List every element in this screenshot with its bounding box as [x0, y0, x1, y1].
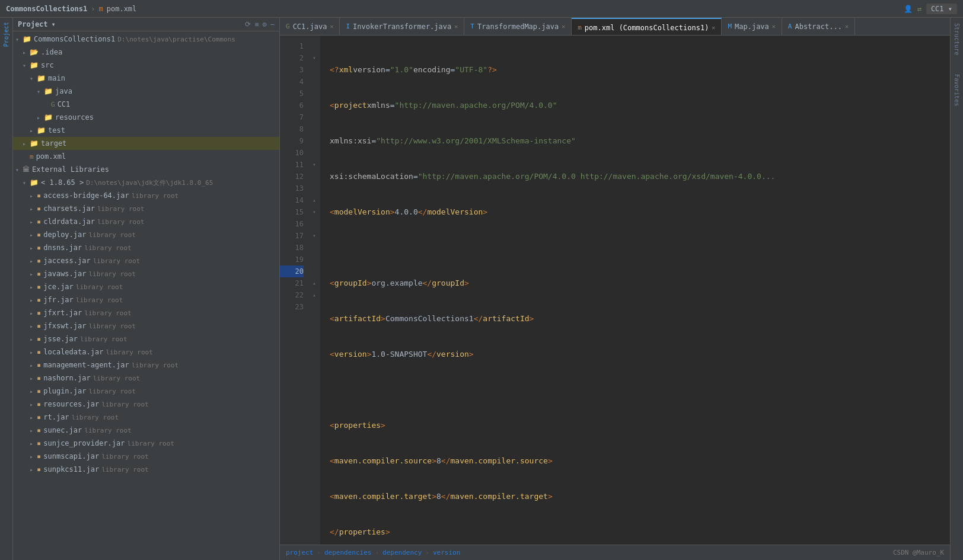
tab-transformed[interactable]: T TransformedMap.java ✕ [464, 18, 572, 36]
tree-item-resources[interactable]: 📁 resources [13, 111, 279, 124]
tree-item-sunec[interactable]: ▪ sunec.jar library root [13, 424, 279, 437]
gutter-3 [308, 64, 320, 76]
tree-item-sunmscapi[interactable]: ▪ sunmscapi.jar library root [13, 450, 279, 463]
panel-header: Project ▾ ⟳ ≡ ⚙ − [13, 18, 279, 31]
tree-item-jfxswt[interactable]: ▪ jfxswt.jar library root [13, 319, 279, 332]
gutter-20 [308, 265, 320, 277]
sync-icon[interactable]: ⟳ [245, 20, 251, 28]
tree-item-pom[interactable]: m pom.xml [13, 150, 279, 163]
breadcrumb-dependency[interactable]: dependency [382, 549, 422, 556]
charsets-label: charsets.jar [43, 204, 95, 213]
jce-label: jce.jar [43, 283, 74, 291]
tree-item-src[interactable]: 📁 src [13, 59, 279, 72]
tab-invoker-close[interactable]: ✕ [454, 23, 458, 30]
tree-item-deploy[interactable]: ▪ deploy.jar library root [13, 228, 279, 241]
code-line-7: <groupId>org.example</groupId> [327, 277, 950, 289]
root-path: D:\notes\java\practise\Commons [117, 36, 235, 43]
gutter-21[interactable]: ▴ [308, 277, 320, 289]
deploy-suffix: library root [88, 231, 135, 239]
gutter-14[interactable]: ▴ [308, 194, 320, 206]
sunjce-jar-icon: ▪ [37, 439, 41, 447]
tree-item-accessbridge[interactable]: ▪ access-bridge-64.jar library root [13, 189, 279, 202]
tab-cc1-icon: G [286, 23, 290, 30]
tab-pom-close[interactable]: ✕ [712, 24, 715, 31]
tree-item-java[interactable]: 📁 java [13, 85, 279, 98]
tab-cc1[interactable]: G CC1.java ✕ [280, 18, 340, 36]
gutter-2[interactable]: ▾ [308, 52, 320, 64]
code-editor[interactable]: 1234 5678 9101112 13141516 17181920 2122… [280, 36, 950, 545]
tree-item-test[interactable]: 📁 test [13, 124, 279, 137]
gutter-15[interactable]: ▾ [308, 206, 320, 218]
idea-arrow [23, 49, 30, 56]
tree-item-main[interactable]: 📁 main [13, 72, 279, 85]
breadcrumb-dependencies[interactable]: dependencies [324, 549, 371, 556]
gutter-11[interactable]: ▾ [308, 159, 320, 171]
breadcrumb-sep-3: › [425, 549, 429, 556]
favorites-panel-strip[interactable]: Favorites [952, 72, 961, 108]
tree-item-rt[interactable]: ▪ rt.jar library root [13, 411, 279, 424]
tree-root[interactable]: 📁 CommonsCollections1 D:\notes\java\prac… [13, 33, 279, 46]
nashorn-arrow [30, 375, 37, 382]
tree-item-jsse[interactable]: ▪ jsse.jar library root [13, 332, 279, 345]
close-icon[interactable]: − [270, 20, 275, 28]
structure-panel-strip[interactable]: Structure [952, 21, 961, 57]
tree-item-cc1[interactable]: G CC1 [13, 98, 279, 111]
jfxrt-suffix: library root [84, 309, 131, 317]
collapse-icon[interactable]: ≡ [254, 20, 259, 28]
jfxrt-arrow [30, 310, 37, 316]
rt-arrow [30, 414, 37, 421]
sunpkcs11-suffix: library root [101, 466, 148, 473]
cc1-badge[interactable]: CC1 ▾ [926, 4, 957, 14]
tab-transformed-label: TransformedMap.java [477, 23, 559, 31]
gutter-17[interactable]: ▾ [308, 230, 320, 242]
arrow-icon[interactable]: ⇄ [917, 5, 921, 13]
tree-item-mgmtagent[interactable]: ▪ management-agent.jar library root [13, 359, 279, 372]
tab-abstract-close[interactable]: ✕ [845, 23, 849, 30]
jce-suffix: library root [76, 283, 123, 291]
tab-transformed-close[interactable]: ✕ [562, 23, 565, 30]
resources-arrow [37, 114, 44, 121]
tree-item-jce[interactable]: ▪ jce.jar library root [13, 280, 279, 293]
breadcrumb-version[interactable]: version [433, 549, 460, 556]
tab-map-close[interactable]: ✕ [772, 23, 776, 30]
panel-dropdown-icon[interactable]: ▾ [52, 20, 56, 28]
breadcrumb-project[interactable]: project [286, 549, 313, 556]
jaccess-suffix: library root [93, 257, 140, 265]
mgmtagent-suffix: library root [132, 361, 178, 369]
tree-item-cldrdata[interactable]: ▪ cldrdata.jar library root [13, 215, 279, 228]
user-icon[interactable]: 👤 [904, 5, 913, 13]
tab-map[interactable]: M Map.java ✕ [722, 18, 782, 36]
tree-item-resourcesjar[interactable]: ▪ resources.jar library root [13, 398, 279, 411]
title-sep: › [91, 5, 95, 13]
tree-item-dnsns[interactable]: ▪ dnsns.jar library root [13, 241, 279, 254]
tab-pom[interactable]: m pom.xml (CommonsCollections1) ✕ [572, 18, 722, 36]
tree-item-jfxrt[interactable]: ▪ jfxrt.jar library root [13, 306, 279, 319]
tree-item-extlibs[interactable]: 🏛 External Libraries [13, 163, 279, 176]
gutter-22[interactable]: ▴ [308, 289, 320, 301]
tree-area[interactable]: 📁 CommonsCollections1 D:\notes\java\prac… [13, 31, 279, 560]
tree-item-plugin[interactable]: ▪ plugin.jar library root [13, 385, 279, 398]
code-line-9: <version>1.0-SNAPSHOT</version> [327, 348, 950, 360]
gutter-5 [308, 88, 320, 100]
project-strip-icon[interactable]: Project [2, 21, 11, 48]
javaws-suffix: library root [88, 270, 135, 278]
tree-item-target[interactable]: 📁 target [13, 137, 279, 150]
tree-item-charsets[interactable]: ▪ charsets.jar library root [13, 202, 279, 215]
tree-item-sunpkcs11[interactable]: ▪ sunpkcs11.jar library root [13, 463, 279, 476]
tab-cc1-close[interactable]: ✕ [330, 23, 333, 30]
gear-icon[interactable]: ⚙ [263, 20, 267, 28]
tab-invoker[interactable]: I InvokerTransformer.java ✕ [340, 18, 464, 36]
tree-item-jaccess[interactable]: ▪ jaccess.jar library root [13, 254, 279, 267]
tab-abstract[interactable]: A Abstract... ✕ [782, 18, 855, 36]
localedata-arrow [30, 349, 37, 356]
tree-item-sunjce[interactable]: ▪ sunjce_provider.jar library root [13, 437, 279, 450]
tree-item-localedata[interactable]: ▪ localedata.jar library root [13, 345, 279, 359]
jfxswt-jar-icon: ▪ [37, 322, 41, 330]
tree-item-jdk[interactable]: 📁 < 1.8.65 > D:\notes\java\jdk文件\jdk1.8.… [13, 176, 279, 189]
code-content[interactable]: <?xml version="1.0" encoding="UTF-8"?> <… [320, 36, 950, 545]
tree-item-javaws[interactable]: ▪ javaws.jar library root [13, 267, 279, 280]
tree-item-nashorn[interactable]: ▪ nashorn.jar library root [13, 372, 279, 385]
tree-item-jfr[interactable]: ▪ jfr.jar library root [13, 293, 279, 306]
title-bar-right: 👤 ⇄ CC1 ▾ [904, 4, 957, 14]
tree-item-idea[interactable]: 📂 .idea [13, 46, 279, 59]
